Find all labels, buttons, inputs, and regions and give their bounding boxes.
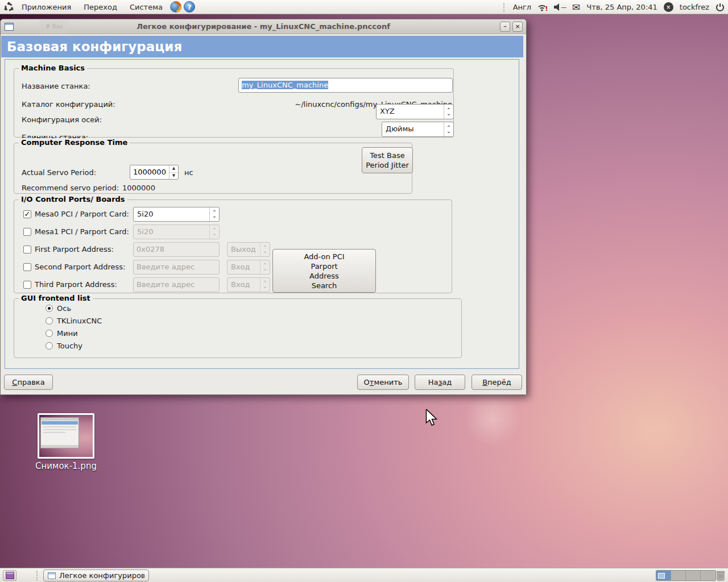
radio-axis-label[interactable]: Ось (57, 304, 71, 313)
tasklist-drag-handle[interactable] (36, 571, 39, 580)
first-parport-checkbox[interactable] (23, 246, 31, 253)
workspace-4[interactable] (701, 571, 715, 580)
menu-places[interactable]: Переход (78, 1, 122, 13)
clock[interactable]: Чтв, 25 Апр, 20:41 (586, 3, 657, 11)
io-ports-frame: I/O Control Ports/ Boards ✓ Mesa0 PCI / … (14, 199, 452, 293)
desktop-file-label[interactable]: Снимок-1.png (20, 461, 111, 471)
radio-axis[interactable] (46, 305, 53, 312)
combo-value: Дюймы (382, 122, 444, 136)
io-row-second-parport: Second Parport Address: Введите адрес Вх… (14, 260, 452, 275)
menu-system[interactable]: Система (125, 1, 168, 13)
radio-tklinuxcnc[interactable] (46, 317, 53, 325)
axes-config-select[interactable]: XYZ ⌃⌄ (376, 104, 454, 119)
radio-touchy-label[interactable]: Touchy (57, 342, 82, 350)
back-button[interactable]: Назад (415, 375, 465, 390)
addon-pci-search-button[interactable]: Add-on PCI Parport Address Search (272, 249, 376, 293)
close-button[interactable]: × (512, 22, 523, 32)
help-launcher-icon[interactable]: ? (184, 1, 195, 13)
menu-applications[interactable]: Приложения (16, 1, 76, 13)
me-menu-icon[interactable]: × (664, 2, 673, 12)
recommend-servo-label: Recommend servo period: (22, 184, 119, 192)
chevron-updown-icon: ⌃⌄ (260, 260, 270, 274)
machine-name-label: Название станка: (22, 82, 90, 90)
gui-frontend-legend: GUI frontend list (19, 294, 93, 302)
first-parport-label: First Parport Address: (35, 245, 114, 253)
spin-up-icon: ▲ (169, 165, 178, 173)
second-parport-address-input: Введите адрес (133, 260, 220, 275)
keyboard-layout-indicator[interactable]: Англ (513, 3, 532, 11)
workspace-2[interactable] (671, 571, 686, 580)
screenshot-thumbnail (39, 415, 93, 457)
cancel-button[interactable]: Отменить (357, 375, 409, 390)
test-base-period-jitter-button[interactable]: Test Base Period Jitter (362, 147, 413, 173)
volume-icon[interactable]: --- (554, 3, 566, 11)
axes-config-label: Конфигурация осей: (22, 115, 102, 124)
mesa0-checkbox[interactable]: ✓ (23, 210, 31, 218)
trash-icon[interactable] (715, 569, 726, 581)
combo-value: XYZ (377, 105, 444, 119)
servo-period-label: Actual Servo Period: (22, 168, 96, 177)
recommend-servo-value: 1000000 (122, 184, 155, 192)
mesa0-label: Mesa0 PCI / Parport Card: (35, 210, 129, 218)
second-parport-label: Second Parport Address: (35, 263, 125, 271)
pncconf-window: # Bas Легкое конфигурирование - my_Linux… (0, 19, 527, 395)
minimize-button[interactable]: – (500, 22, 510, 32)
show-desktop-button[interactable] (3, 570, 16, 581)
content-panel: Machine Basics Название станка: my_Linux… (5, 59, 519, 369)
taskbar-window-button[interactable]: Легкое конфигурирован... (43, 569, 149, 581)
spin-down-icon: ▼ (169, 173, 178, 180)
mail-envelope-icon[interactable]: ✉ (572, 2, 580, 13)
workspace-1[interactable] (656, 571, 671, 580)
radio-tklinuxcnc-label[interactable]: TKLinuxCNC (57, 317, 102, 325)
task-window-label: Легкое конфигурирован... (59, 571, 144, 580)
radio-mini-label[interactable]: Мини (57, 329, 78, 338)
first-parport-direction-select: Выход ⌃⌄ (227, 242, 270, 257)
combo-value: Выход (228, 243, 260, 256)
workspace-switcher (656, 570, 716, 581)
network-wifi-icon[interactable]: ! (537, 3, 548, 11)
mesa0-card-select[interactable]: 5i20 ⌃⌄ (133, 207, 220, 222)
io-row-third-parport: Third Parport Address: Введите адрес Вхо… (14, 277, 452, 292)
forward-button[interactable]: Вперёд (471, 375, 522, 390)
workspace-3[interactable] (686, 571, 701, 580)
power-icon[interactable] (715, 3, 725, 12)
io-ports-legend: I/O Control Ports/ Boards (19, 195, 127, 203)
servo-period-spinner[interactable]: 1000000 ▲▼ (130, 165, 179, 180)
chevron-updown-icon: ⌃⌄ (444, 122, 453, 136)
firefox-launcher-icon[interactable] (170, 1, 181, 13)
machine-basics-frame: Machine Basics Название станка: my_Linux… (14, 68, 454, 138)
page-title: Базовая конфигурация (1, 36, 523, 57)
first-parport-address-input: 0x0278 (133, 242, 220, 257)
ubuntu-logo-icon[interactable] (3, 2, 14, 13)
window-titlebar[interactable]: # Bas Легкое конфигурирование - my_Linux… (1, 19, 526, 34)
svg-text:!: ! (545, 5, 548, 11)
task-window-icon (48, 572, 56, 579)
io-row-first-parport: First Parport Address: 0x0278 Выход ⌃⌄ (14, 242, 452, 257)
machine-name-input[interactable]: my_LinuxCNC_machine (238, 78, 453, 93)
second-parport-checkbox[interactable] (23, 263, 31, 271)
servo-unit-label: нс (184, 168, 193, 177)
radio-mini[interactable] (46, 330, 53, 337)
chevron-updown-icon: ⌃⌄ (444, 105, 453, 119)
radio-touchy[interactable] (46, 342, 53, 350)
top-panel: Приложения Переход Система ? Англ ! (0, 0, 728, 14)
chevron-updown-icon: ⌃⌄ (260, 278, 270, 292)
response-time-frame: Computer Response Time Test Base Period … (14, 143, 412, 194)
machine-units-select[interactable]: Дюймы ⌃⌄ (382, 122, 454, 137)
help-button[interactable]: Справка (4, 375, 53, 390)
show-desktop-icon (6, 572, 14, 579)
spinner-value: 1000000 (130, 165, 169, 179)
combo-value: Вход (228, 278, 260, 292)
combo-value: Вход (228, 260, 260, 274)
mesa1-checkbox[interactable] (23, 228, 31, 236)
combo-value: 5i20 (134, 225, 209, 239)
io-row-mesa1: Mesa1 PCI / Parport Card: 5i20 ⌃⌄ (14, 225, 452, 239)
desktop-file-icon[interactable] (38, 413, 94, 459)
third-parport-checkbox[interactable] (23, 281, 31, 289)
panel-drag-handle[interactable] (503, 3, 506, 12)
mesa1-label: Mesa1 PCI / Parport Card: (35, 227, 129, 236)
spinner-arrows[interactable]: ▲▼ (169, 165, 178, 179)
second-parport-direction-select: Вход ⌃⌄ (227, 260, 270, 275)
username-menu[interactable]: tockfrez (680, 3, 709, 11)
config-dir-label: Каталог конфигураций: (22, 100, 115, 109)
